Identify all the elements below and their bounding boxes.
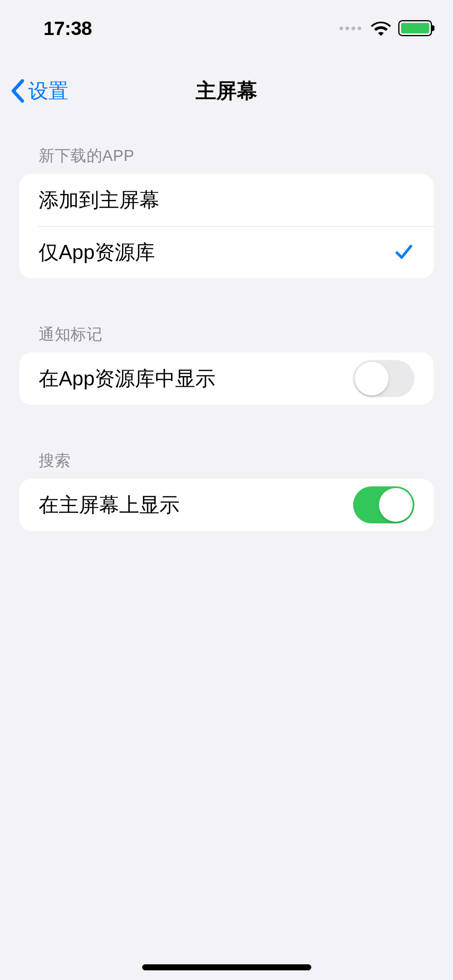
- group-badges: 在App资源库中显示: [19, 352, 434, 405]
- back-button[interactable]: 设置: [10, 78, 68, 105]
- row-show-on-home: 在主屏幕上显示: [19, 479, 434, 531]
- status-indicators: [339, 20, 432, 36]
- toggle-show-in-app-library[interactable]: [353, 360, 414, 397]
- battery-icon: [398, 20, 432, 36]
- section-header-search: 搜索: [19, 442, 434, 479]
- wifi-icon: [371, 20, 391, 36]
- page-title: 主屏幕: [196, 77, 257, 105]
- row-label: 在主屏幕上显示: [39, 492, 180, 519]
- back-label: 设置: [28, 78, 68, 105]
- toggle-show-on-home[interactable]: [353, 486, 414, 523]
- status-bar: 17:38: [0, 0, 453, 56]
- row-show-in-app-library: 在App资源库中显示: [19, 352, 434, 405]
- option-label: 仅App资源库: [39, 239, 155, 266]
- group-search: 在主屏幕上显示: [19, 479, 434, 531]
- signal-dots-icon: [339, 27, 361, 30]
- option-add-to-home[interactable]: 添加到主屏幕: [19, 174, 434, 226]
- group-new-apps: 添加到主屏幕 仅App资源库: [19, 174, 434, 278]
- status-time: 17:38: [43, 17, 92, 39]
- section-header-new-apps: 新下载的APP: [19, 137, 434, 174]
- nav-bar: 设置 主屏幕: [0, 64, 453, 117]
- option-app-library-only[interactable]: 仅App资源库: [19, 226, 434, 278]
- home-indicator[interactable]: [142, 964, 311, 970]
- checkmark-icon: [393, 242, 414, 263]
- content: 新下载的APP 添加到主屏幕 仅App资源库 通知标记 在App资源库中显示 搜…: [0, 137, 453, 531]
- chevron-left-icon: [10, 79, 25, 103]
- row-label: 在App资源库中显示: [39, 365, 215, 392]
- option-label: 添加到主屏幕: [39, 187, 159, 214]
- section-header-badges: 通知标记: [19, 315, 434, 352]
